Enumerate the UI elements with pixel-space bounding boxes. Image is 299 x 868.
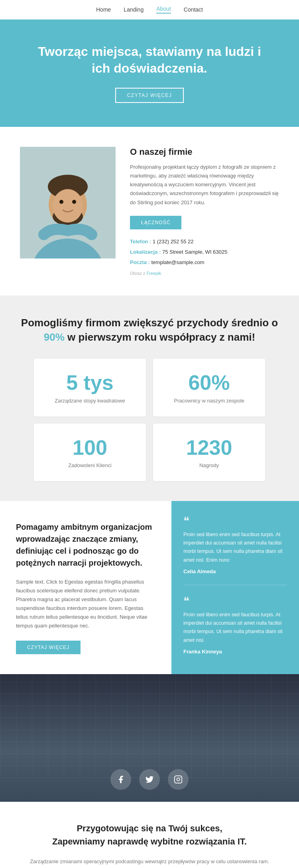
quote-author-1: Franka Kinneya <box>183 649 287 655</box>
stat-label-0: Zarządzane stopy kwadratowe <box>42 398 138 404</box>
stat-label-1: Pracownicy w naszym zespole <box>161 398 257 404</box>
stat-label-3: Nagrody <box>161 462 257 468</box>
about-description: Profesjonalny projektant łączy dyplom z … <box>130 163 279 207</box>
building-grid-overlay <box>0 674 299 778</box>
stats-grid: 5 tys Zarządzane stopy kwadratowe 60% Pr… <box>34 359 265 481</box>
testimonial-right: ❝ Proin sed libero enim sed faucibus tur… <box>171 501 299 675</box>
about-contact-button[interactable]: ŁĄCZNOŚĆ <box>130 216 181 229</box>
testimonial-heading: Pomagamy ambitnym organizacjom wprowadza… <box>16 521 155 569</box>
freepik-credit: Obraz z Freepik <box>130 271 279 276</box>
svg-point-11 <box>177 778 179 781</box>
quote-card-1: ❝ Proin sed libero enim sed faucibus tur… <box>183 596 287 655</box>
social-icons-row <box>110 769 189 790</box>
stat-number-2: 100 <box>42 436 138 459</box>
svg-point-8 <box>59 200 63 204</box>
svg-rect-10 <box>175 776 182 783</box>
quote-icon-0: ❝ <box>183 515 287 527</box>
about-photo <box>20 147 116 258</box>
stat-label-2: Zadowoleni Klienci <box>42 462 138 468</box>
hero-heading: Tworząc miejsca, stawiamy na ludzi i ich… <box>32 43 267 77</box>
hero-section: Tworząc miejsca, stawiamy na ludzi i ich… <box>0 20 299 127</box>
svg-point-9 <box>72 200 76 204</box>
testimonial-cta-button[interactable]: CZYTAJ WIĘCEJ <box>16 641 81 654</box>
stat-number-3: 1230 <box>161 436 257 459</box>
stat-card-0: 5 tys Zarządzane stopy kwadratowe <box>34 359 146 416</box>
navigation: Home Landing About Contact <box>0 0 299 20</box>
nav-about[interactable]: About <box>156 6 171 14</box>
quote-text-1: Proin sed libero enim sed faucibus turpi… <box>183 611 287 645</box>
svg-point-12 <box>180 777 181 778</box>
quote-card-0: ❝ Proin sed libero enim sed faucibus tur… <box>183 515 287 574</box>
stat-number-1: 60% <box>161 371 257 394</box>
quote-author-0: Celia Almeda <box>183 568 287 574</box>
about-section: O naszej firmie Profesjonalny projektant… <box>0 127 299 295</box>
facebook-icon[interactable] <box>110 769 131 790</box>
quote-divider <box>183 585 287 585</box>
contact-phone: Telefon : 1 (232) 252 55 22 <box>130 237 279 247</box>
building-section <box>0 674 299 802</box>
svg-point-7 <box>53 189 83 223</box>
it-section-heading: Przygotowując się na Twój sukces, Zapewn… <box>24 822 275 848</box>
instagram-icon[interactable] <box>168 769 189 790</box>
contact-email: Poczta : template@sample.com <box>130 257 279 268</box>
stats-heading: Pomogliśmy firmom zwiększyć przychody śr… <box>16 316 283 345</box>
quote-icon-1: ❝ <box>183 596 287 607</box>
about-content: O naszej firmie Profesjonalny projektant… <box>130 147 279 275</box>
stat-number-0: 5 tys <box>42 371 138 394</box>
about-title: O naszej firmie <box>130 147 279 157</box>
contact-info: Telefon : 1 (232) 252 55 22 Lokalizacja … <box>130 237 279 268</box>
it-section: Przygotowując się na Twój sukces, Zapewn… <box>0 802 299 868</box>
it-section-para-0: Zarządzanie zmianami operacyjnymi podcas… <box>24 857 275 868</box>
stat-card-1: 60% Pracownicy w naszym zespole <box>153 359 265 416</box>
quote-text-0: Proin sed libero enim sed faucibus turpi… <box>183 531 287 564</box>
nav-contact[interactable]: Contact <box>184 6 203 13</box>
stats-section: Pomogliśmy firmom zwiększyć przychody śr… <box>0 296 299 501</box>
stat-card-2: 100 Zadowoleni Klienci <box>34 424 146 481</box>
nav-landing[interactable]: Landing <box>124 6 144 13</box>
testimonial-body: Sample text. Click to Egestas egestas fr… <box>16 578 155 631</box>
testimonial-section: Pomagamy ambitnym organizacjom wprowadza… <box>0 501 299 675</box>
hero-cta-button[interactable]: CZYTAJ WIĘCEJ <box>115 88 184 103</box>
freepik-link[interactable]: Freepik <box>147 271 161 276</box>
contact-location: Lokalizacja : 75 Street Sample, WI 63025 <box>130 247 279 257</box>
testimonial-left: Pomagamy ambitnym organizacjom wprowadza… <box>0 501 171 675</box>
twitter-icon[interactable] <box>139 769 160 790</box>
stat-card-3: 1230 Nagrody <box>153 424 265 481</box>
nav-home[interactable]: Home <box>96 6 111 13</box>
